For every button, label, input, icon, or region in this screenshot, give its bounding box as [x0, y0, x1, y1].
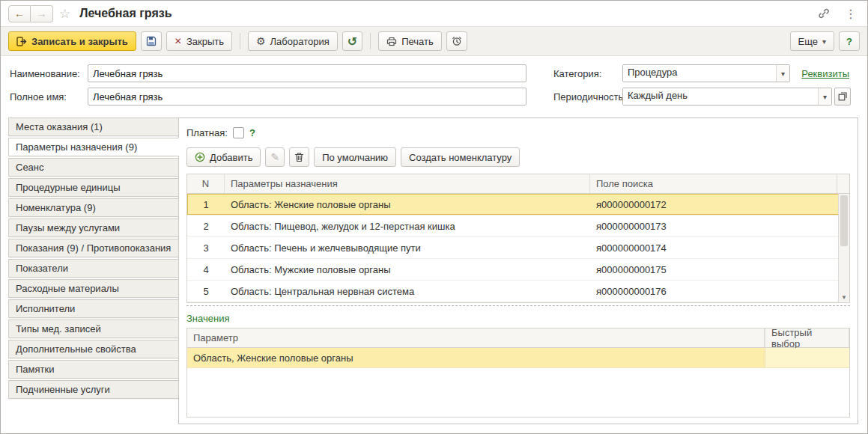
- row-number-cell: 1: [187, 199, 225, 210]
- save-close-label: Записать и закрыть: [31, 36, 128, 47]
- sidebar-tab[interactable]: Сеанс: [8, 158, 179, 177]
- create-nomenclature-button[interactable]: Создать номенклатуру: [401, 147, 520, 167]
- pencil-icon: ✎: [270, 151, 279, 163]
- paid-row: Платная: ?: [186, 124, 850, 141]
- param-cell: Область: Пищевод, желудок и 12-перстная …: [225, 221, 590, 232]
- sidebar-tab[interactable]: Номенклатура (9): [8, 198, 179, 217]
- sidebar-tab[interactable]: Показатели: [8, 259, 179, 278]
- close-label: Закрыть: [186, 36, 224, 47]
- add-circle-icon: [195, 152, 205, 162]
- header-scroll-spacer: [837, 174, 849, 193]
- sidebar-tab[interactable]: Места оказания (1): [8, 117, 179, 136]
- scroll-down-icon[interactable]: ▼: [839, 292, 849, 302]
- delete-button[interactable]: [289, 147, 309, 167]
- floppy-icon: [146, 36, 157, 46]
- help-button[interactable]: ?: [839, 31, 860, 51]
- chevron-down-icon[interactable]: ▾: [818, 88, 831, 105]
- fullname-label: Полное имя:: [10, 91, 88, 103]
- splitter-divider[interactable]: [186, 305, 850, 306]
- toolbar-separator: [240, 33, 240, 49]
- print-label: Печать: [401, 36, 434, 47]
- periodicity-select[interactable]: Каждый день ▾: [622, 88, 832, 106]
- alarm-clock-icon: [452, 36, 462, 46]
- sidebar-tab[interactable]: Памятки: [8, 360, 179, 379]
- vertical-scrollbar[interactable]: ▼: [838, 194, 849, 302]
- scrollbar-thumb[interactable]: [840, 195, 848, 246]
- value-param-cell: Область, Женские половые органы: [187, 352, 765, 364]
- category-select[interactable]: Процедура ▾: [622, 64, 790, 82]
- sidebar-tab-active[interactable]: Параметры назначения (9): [8, 138, 179, 156]
- column-header-param[interactable]: Параметры назначения: [225, 174, 590, 193]
- param-cell: Область: Центральная нервная система: [225, 286, 590, 297]
- table-row[interactable]: 5 Область: Центральная нервная система я…: [187, 281, 849, 302]
- row-number-cell: 5: [187, 286, 225, 297]
- table-row[interactable]: 1 Область: Женские половые органы я00000…: [187, 194, 849, 216]
- paid-checkbox[interactable]: [233, 127, 244, 138]
- name-input[interactable]: [88, 64, 526, 82]
- row-number-cell: 3: [187, 242, 225, 254]
- kebab-menu-icon[interactable]: ⋮: [842, 7, 860, 21]
- history-button[interactable]: ↺: [342, 31, 362, 51]
- table-row[interactable]: 4 Область: Мужские половые органы я00000…: [187, 259, 849, 281]
- sidebar-tab[interactable]: Исполнители: [8, 299, 179, 318]
- reminder-button[interactable]: [446, 31, 467, 51]
- periodicity-value: Каждый день: [623, 88, 818, 105]
- open-form-icon: [838, 92, 847, 101]
- print-button[interactable]: Печать: [378, 31, 442, 51]
- favorite-star-icon[interactable]: ☆: [59, 6, 70, 22]
- sidebar-tab[interactable]: Типы мед. записей: [8, 320, 179, 338]
- fullname-input[interactable]: [88, 88, 526, 106]
- default-button[interactable]: По умолчанию: [314, 147, 396, 167]
- link-icon[interactable]: [818, 7, 830, 19]
- column-header-search[interactable]: Поле поиска: [590, 174, 837, 193]
- body: Места оказания (1) Параметры назначения …: [1, 114, 867, 433]
- parameters-panel: Платная: ? Добавить ✎: [178, 117, 858, 424]
- category-label: Категория:: [553, 68, 622, 79]
- search-field-cell: я000000000174: [590, 242, 837, 254]
- row-number-cell: 4: [187, 264, 225, 275]
- close-button[interactable]: ✕ Закрыть: [166, 31, 232, 51]
- column-header-n[interactable]: N: [187, 174, 225, 193]
- create-nomenclature-label: Создать номенклатуру: [409, 152, 512, 163]
- sidebar-tab[interactable]: Расходные материалы: [8, 279, 179, 298]
- search-field-cell: я000000000173: [590, 221, 837, 232]
- paid-help-link[interactable]: ?: [249, 127, 255, 138]
- requisites-link[interactable]: Реквизиты: [801, 68, 849, 79]
- values-table-empty-area[interactable]: [187, 368, 849, 417]
- add-button[interactable]: Добавить: [186, 147, 261, 167]
- edit-button[interactable]: ✎: [265, 147, 285, 167]
- chevron-down-icon: ▾: [822, 37, 826, 46]
- param-cell: Область: Печень и желчевыводящие пути: [225, 242, 590, 254]
- chevron-down-icon[interactable]: ▾: [776, 65, 789, 82]
- column-header-parameter[interactable]: Параметр: [187, 328, 765, 347]
- back-button[interactable]: ←: [8, 5, 31, 22]
- sidebar-tab[interactable]: Паузы между услугами: [8, 218, 179, 237]
- back-arrow-icon: ←: [14, 7, 25, 19]
- save-button[interactable]: [141, 31, 162, 51]
- name-label: Наименование:: [10, 68, 88, 79]
- table-row[interactable]: Область, Женские половые органы: [187, 348, 849, 368]
- add-label: Добавить: [210, 152, 252, 163]
- sidebar-tab[interactable]: Показания (9) / Противопоказания: [8, 239, 179, 257]
- table-row[interactable]: 2 Область: Пищевод, желудок и 12-перстна…: [187, 216, 849, 237]
- command-bar: Добавить ✎ По умолчанию: [186, 147, 850, 167]
- sidebar-tab[interactable]: Дополнительные свойства: [8, 340, 179, 358]
- search-field-cell: я000000000172: [590, 199, 837, 210]
- open-periodicity-button[interactable]: [834, 88, 851, 106]
- save-exit-icon: [16, 37, 27, 46]
- form-row-fullname: Полное имя: Периодичность: Каждый день ▾: [10, 87, 858, 106]
- sidebar-tab[interactable]: Подчиненные услуги: [8, 380, 179, 399]
- table-row[interactable]: 3 Область: Печень и желчевыводящие пути …: [187, 237, 849, 259]
- trash-icon: [294, 152, 304, 162]
- column-header-quick-select[interactable]: Быстрый выбор: [765, 328, 849, 347]
- sidebar-tab[interactable]: Процедурные единицы: [8, 178, 179, 197]
- search-field-cell: я000000000175: [590, 264, 837, 275]
- more-button[interactable]: Еще ▾: [790, 31, 834, 51]
- laboratory-label: Лаборатория: [270, 36, 330, 47]
- save-close-button[interactable]: Записать и закрыть: [8, 31, 136, 51]
- row-number-cell: 2: [187, 221, 225, 232]
- forward-button[interactable]: →: [31, 5, 53, 22]
- page-title: Лечебная грязь: [79, 7, 172, 20]
- category-value: Процедура: [623, 65, 776, 82]
- laboratory-button[interactable]: ⚙ Лаборатория: [248, 31, 338, 51]
